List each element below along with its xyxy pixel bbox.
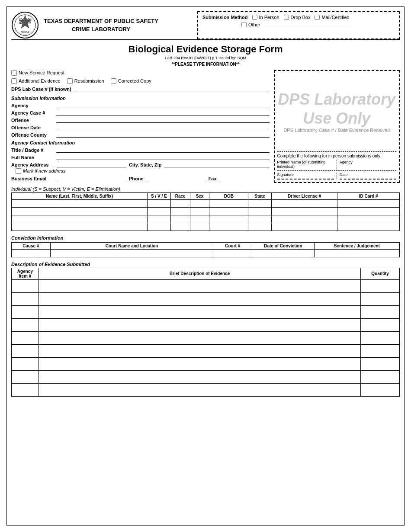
- col-quantity: Quantity: [361, 268, 400, 279]
- full-name-label: Full Name: [11, 155, 55, 160]
- in-person-complete-label: Complete the following for in person sub…: [277, 154, 396, 158]
- dps-title: DPS Laboratory Use Only: [277, 90, 396, 127]
- header-left: PUBLIC SAFETY TEXAS DPS TEXAS DEPARTMENT…: [11, 11, 197, 39]
- table-row: [12, 207, 400, 215]
- other-label: Other: [248, 22, 260, 27]
- lab-case-label: DPS Lab Case # (if known): [11, 87, 71, 92]
- offense-row: Offense: [11, 117, 270, 123]
- agency-address-input[interactable]: [57, 162, 126, 167]
- submission-method-box: Submission Method In Person Drop Box Mai…: [197, 11, 400, 39]
- resubmission-label: Resubmission: [74, 78, 104, 83]
- city-state-zip-label: City, State, Zip: [129, 162, 162, 167]
- title-badge-label: Title / Badge #: [11, 147, 55, 153]
- offense-date-row: Offense Date: [11, 125, 270, 130]
- conviction-table: Cause # Court Name and Location Court # …: [11, 242, 400, 257]
- other-checkbox[interactable]: [241, 22, 247, 27]
- fax-label: Fax: [209, 176, 217, 181]
- col-cause: Cause #: [12, 242, 51, 249]
- col-svie: S / V / E: [147, 192, 170, 199]
- col-sentence: Sentence / Judgement: [314, 242, 399, 249]
- business-email-label: Business Email: [11, 176, 55, 181]
- submission-info-title: Submission Information: [11, 96, 270, 101]
- col-name: Name (Last, First, Middle, Suffix): [12, 192, 148, 199]
- resubmission-checkbox[interactable]: [67, 78, 73, 84]
- agency-col: Agency: [337, 160, 396, 169]
- conviction-header-row: Cause # Court Name and Location Court # …: [12, 242, 400, 249]
- in-person-section: Complete the following for in person sub…: [277, 151, 396, 179]
- form-sub-title: LAB-204 Rev.01 (04/2021) p.1 Issued by: …: [11, 56, 400, 60]
- drop-box-checkbox-item: Drop Box: [284, 15, 311, 20]
- mark-address-label: Mark if new address: [23, 168, 65, 173]
- agency-label: Agency: [11, 103, 55, 108]
- business-email-input[interactable]: [57, 176, 126, 181]
- corrected-copy-group: Corrected Copy: [111, 78, 151, 84]
- svg-text:DPS: DPS: [23, 34, 28, 37]
- page-container: PUBLIC SAFETY TEXAS DPS TEXAS DEPARTMENT…: [6, 6, 405, 526]
- address-row: Agency Address City, State, Zip: [11, 162, 270, 167]
- full-name-input[interactable]: [56, 154, 270, 160]
- offense-date-input[interactable]: [56, 125, 270, 130]
- phone-input[interactable]: [146, 176, 206, 181]
- additional-evidence-checkbox[interactable]: [11, 78, 17, 84]
- lab-case-row: DPS Lab Case # (if known): [11, 87, 270, 92]
- agency-input[interactable]: [56, 103, 270, 108]
- please-type: **PLEASE TYPE INFORMATION**: [11, 62, 400, 67]
- mail-certified-checkbox[interactable]: [315, 15, 320, 20]
- org-line2: CRIME LABORATORY: [44, 26, 158, 33]
- offense-input[interactable]: [56, 117, 270, 123]
- mark-address-checkbox[interactable]: [16, 168, 21, 174]
- title-badge-input[interactable]: [56, 147, 270, 153]
- agency-contact-section: Agency Contact Information Title / Badge…: [11, 140, 270, 181]
- offense-county-input[interactable]: [56, 132, 270, 138]
- mail-certified-label: Mail/Certified: [321, 15, 349, 20]
- submission-info-section: Submission Information Agency Agency Cas…: [11, 96, 270, 138]
- dps-use-only: DPS Laboratory Use Only DPS Laboratory C…: [277, 74, 396, 150]
- additional-evidence-group: Additional Evidence: [11, 78, 61, 84]
- other-checkbox-item: Other: [241, 22, 260, 27]
- new-service-checkbox[interactable]: [11, 70, 17, 76]
- in-person-checkbox-item: In Person: [252, 15, 279, 20]
- mail-certified-checkbox-item: Mail/Certified: [315, 15, 349, 20]
- date-col: Date: [337, 173, 396, 179]
- lab-case-input[interactable]: [74, 87, 270, 92]
- main-content: New Service Request Additional Evidence …: [11, 70, 400, 183]
- agency-address-label: Agency Address: [11, 162, 55, 167]
- header-title: TEXAS DEPARTMENT OF PUBLIC SAFETY CRIME …: [44, 17, 158, 33]
- individual-table-header-row: Name (Last, First, Middle, Suffix) S / V…: [12, 192, 400, 199]
- table-row: [12, 370, 400, 383]
- drop-box-checkbox[interactable]: [284, 15, 289, 20]
- corrected-copy-checkbox[interactable]: [111, 78, 116, 84]
- individual-header: Individual (S = Suspect, V = Victim, E =…: [11, 186, 400, 192]
- in-person-checkbox[interactable]: [252, 15, 257, 20]
- new-service-label: New Service Request: [19, 70, 64, 75]
- form-title-section: Biological Evidence Storage Form LAB-204…: [11, 43, 400, 67]
- drop-box-label: Drop Box: [291, 15, 311, 20]
- form-main-title: Biological Evidence Storage Form: [11, 43, 400, 56]
- sig-date-row: Signature Date: [277, 173, 396, 179]
- conviction-section-title: Conviction Information: [11, 235, 400, 240]
- col-agency-item: AgencyItem #: [12, 268, 39, 279]
- submission-method-label: Submission Method: [202, 15, 248, 20]
- title-badge-row: Title / Badge #: [11, 147, 270, 153]
- description-header-row: AgencyItem # Brief Description of Eviden…: [12, 268, 400, 279]
- col-race: Race: [170, 192, 190, 199]
- sig-line: [277, 179, 334, 179]
- col-id-card: ID Card #: [337, 192, 400, 199]
- offense-county-row: Offense County: [11, 132, 270, 138]
- col-court-num: Court #: [213, 242, 252, 249]
- other-input[interactable]: [263, 22, 350, 27]
- sig-col: Signature: [277, 173, 337, 179]
- fax-input[interactable]: [219, 176, 279, 181]
- city-state-zip-input[interactable]: [164, 162, 270, 167]
- table-row: [12, 318, 400, 331]
- description-section: Description of Evidence Submitted Agency…: [11, 262, 400, 397]
- in-person-label: In Person: [259, 15, 279, 20]
- offense-county-label: Offense County: [11, 132, 55, 138]
- agency-case-input[interactable]: [56, 110, 270, 115]
- agency-contact-title: Agency Contact Information: [11, 140, 270, 145]
- name-agency-row: Printed Name (of submitting individual) …: [277, 160, 396, 171]
- signature-label: Signature: [277, 173, 334, 177]
- col-brief-desc: Brief Description of Evidence: [39, 268, 361, 279]
- printed-name-label: Printed Name (of submitting individual): [277, 160, 334, 169]
- additional-evidence-label: Additional Evidence: [19, 78, 61, 83]
